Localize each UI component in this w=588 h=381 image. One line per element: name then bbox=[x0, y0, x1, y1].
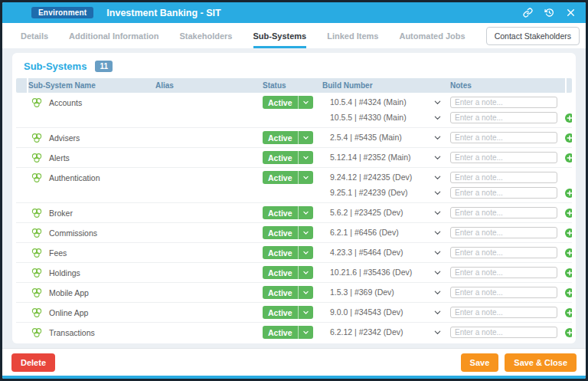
tab-additional-information[interactable]: Additional Information bbox=[69, 23, 158, 48]
subsystem-icon bbox=[31, 152, 43, 164]
save-button[interactable]: Save bbox=[461, 353, 499, 372]
build-caret-cell bbox=[433, 96, 450, 124]
build-chevron-down-icon[interactable] bbox=[433, 266, 450, 279]
build-chevron-down-icon[interactable] bbox=[433, 246, 450, 259]
status-label: Active bbox=[263, 173, 298, 182]
status-dropdown[interactable]: Active bbox=[263, 266, 313, 279]
build-number: 1.5.3 | #369 (Dev) bbox=[322, 286, 433, 299]
status-label: Active bbox=[263, 248, 298, 258]
subsystem-name: Holdings bbox=[49, 268, 80, 278]
tab-details[interactable]: Details bbox=[21, 23, 48, 48]
note-input[interactable] bbox=[450, 152, 557, 163]
subsystem-name-cell: Online App bbox=[28, 306, 155, 319]
note-input[interactable] bbox=[450, 307, 557, 318]
note-input[interactable] bbox=[450, 227, 557, 238]
build-chevron-down-icon[interactable] bbox=[433, 326, 450, 339]
status-dropdown[interactable]: Active bbox=[263, 246, 313, 259]
status-dropdown[interactable]: Active bbox=[263, 206, 313, 219]
status-dropdown[interactable]: Active bbox=[263, 131, 313, 144]
content-area: Sub-Systems 11 Sub-System Name Alias Sta… bbox=[2, 48, 586, 348]
build-number-cell: 9.24.12 | #24235 (Dev)9.25.1 | #24239 (D… bbox=[322, 171, 433, 199]
subsystem-name-cell: Commissions bbox=[28, 226, 155, 239]
subsystem-name: Online App bbox=[49, 308, 88, 317]
link-icon[interactable] bbox=[523, 8, 533, 18]
build-chevron-down-icon[interactable] bbox=[433, 171, 450, 184]
status-cell: Active bbox=[263, 286, 322, 299]
add-build-button[interactable] bbox=[565, 248, 572, 259]
add-build-button[interactable] bbox=[565, 189, 572, 199]
note-input[interactable] bbox=[450, 287, 557, 298]
build-chevron-down-icon[interactable] bbox=[433, 111, 450, 124]
delete-button[interactable]: Delete bbox=[11, 353, 55, 372]
note-input[interactable] bbox=[450, 247, 557, 258]
table-header: Sub-System Name Alias Status Build Numbe… bbox=[16, 78, 572, 93]
add-build-button[interactable] bbox=[565, 228, 572, 239]
chevron-down-icon bbox=[298, 131, 313, 144]
table-header-gutter bbox=[16, 78, 28, 93]
note-input[interactable] bbox=[450, 327, 557, 338]
subsystem-icon bbox=[31, 97, 43, 109]
table-row: Transactions Active 6.2.12 | #2342 (Dev) bbox=[16, 323, 572, 340]
build-chevron-down-icon[interactable] bbox=[433, 186, 450, 199]
note-input[interactable] bbox=[450, 187, 557, 199]
status-dropdown[interactable]: Active bbox=[263, 326, 313, 339]
notes-cell bbox=[450, 226, 565, 239]
table-row: Fees Active 4.23.3 | #5464 (Dev) bbox=[16, 243, 572, 263]
tab-automated-jobs[interactable]: Automated Jobs bbox=[399, 23, 465, 48]
note-input[interactable] bbox=[450, 267, 557, 278]
tab-linked-items[interactable]: Linked Items bbox=[327, 23, 378, 48]
build-chevron-down-icon[interactable] bbox=[433, 151, 450, 164]
history-icon[interactable] bbox=[544, 8, 554, 18]
table-row: Holdings Active 10.21.6 | #35436 (Dev) bbox=[16, 263, 572, 283]
build-chevron-down-icon[interactable] bbox=[433, 286, 450, 299]
add-build-button[interactable] bbox=[565, 133, 572, 144]
subsystem-name: Fees bbox=[49, 248, 67, 258]
table-body: Accounts Active 10.5.4 | #4324 (Main)10.… bbox=[16, 93, 572, 340]
tab-bar: Details Additional Information Stakehold… bbox=[2, 23, 586, 48]
status-dropdown[interactable]: Active bbox=[263, 226, 313, 239]
build-caret-cell bbox=[433, 206, 450, 219]
status-dropdown[interactable]: Active bbox=[263, 96, 313, 109]
footer-actions: Save Save & Close bbox=[461, 353, 577, 372]
status-dropdown[interactable]: Active bbox=[263, 286, 313, 299]
build-chevron-down-icon[interactable] bbox=[433, 206, 450, 219]
add-build-button[interactable] bbox=[565, 113, 572, 124]
notes-cell bbox=[450, 286, 565, 299]
chevron-down-icon bbox=[298, 306, 313, 319]
note-input[interactable] bbox=[450, 207, 557, 218]
tab-stakeholders[interactable]: Stakeholders bbox=[179, 23, 232, 48]
save-close-button[interactable]: Save & Close bbox=[505, 353, 577, 372]
add-build-button[interactable] bbox=[565, 153, 572, 164]
status-dropdown[interactable]: Active bbox=[263, 306, 313, 319]
status-dropdown[interactable]: Active bbox=[263, 151, 313, 164]
contact-stakeholders-button[interactable]: Contact Stakeholders bbox=[486, 27, 580, 45]
status-dropdown[interactable]: Active bbox=[263, 171, 313, 184]
chevron-down-icon bbox=[298, 266, 313, 279]
titlebar: Environment Investment Banking - SIT bbox=[2, 2, 586, 23]
build-number: 4.23.3 | #5464 (Dev) bbox=[322, 246, 433, 259]
tab-sub-systems[interactable]: Sub-Systems bbox=[253, 23, 307, 48]
note-input[interactable] bbox=[450, 112, 557, 123]
table-row: Advisers Active 2.5.4 | #5435 (Main) bbox=[16, 128, 572, 148]
subsystem-name-cell: Transactions bbox=[28, 326, 155, 339]
note-input[interactable] bbox=[450, 132, 557, 143]
add-build-button[interactable] bbox=[565, 268, 572, 279]
add-build-button[interactable] bbox=[565, 308, 572, 319]
add-build-button[interactable] bbox=[565, 328, 572, 339]
build-chevron-down-icon[interactable] bbox=[433, 131, 450, 144]
note-input[interactable] bbox=[450, 172, 557, 183]
build-number: 9.0.0 | #34543 (Dev) bbox=[322, 306, 433, 319]
build-number-cell: 2.5.4 | #5435 (Main) bbox=[322, 131, 433, 144]
build-number: 2.5.4 | #5435 (Main) bbox=[322, 131, 433, 144]
close-icon[interactable] bbox=[566, 8, 576, 18]
build-chevron-down-icon[interactable] bbox=[433, 96, 450, 109]
build-chevron-down-icon[interactable] bbox=[433, 226, 450, 239]
sub-systems-card: Sub-Systems 11 Sub-System Name Alias Sta… bbox=[12, 53, 576, 343]
build-chevron-down-icon[interactable] bbox=[433, 306, 450, 319]
status-cell: Active bbox=[263, 306, 322, 319]
build-number-cell: 5.12.14 | #2352 (Main) bbox=[322, 151, 433, 164]
add-build-button[interactable] bbox=[565, 209, 572, 219]
note-input[interactable] bbox=[450, 97, 557, 108]
build-caret-cell bbox=[433, 286, 450, 299]
add-build-button[interactable] bbox=[565, 288, 572, 299]
